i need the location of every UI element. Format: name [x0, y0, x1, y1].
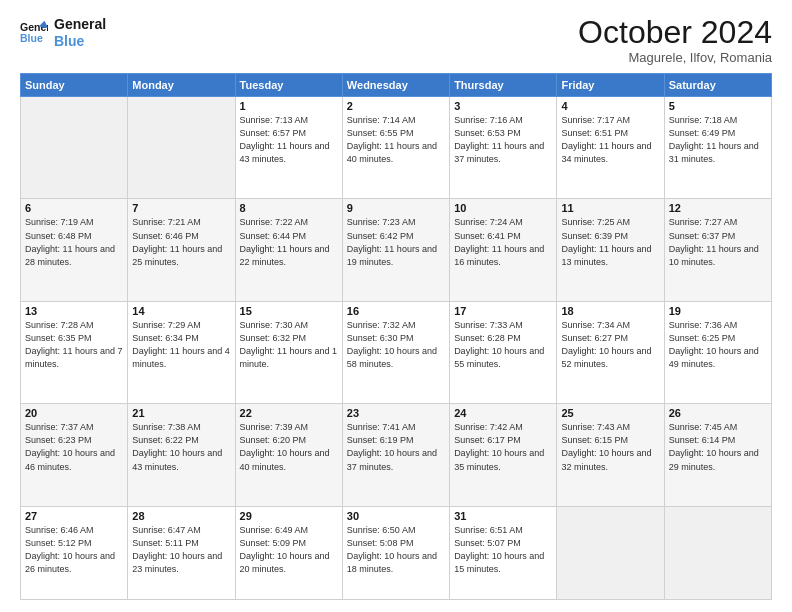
day-info: Sunrise: 7:39 AM Sunset: 6:20 PM Dayligh…: [240, 421, 338, 473]
calendar-cell: 6Sunrise: 7:19 AM Sunset: 6:48 PM Daylig…: [21, 199, 128, 301]
day-number: 13: [25, 305, 123, 317]
calendar-cell: 9Sunrise: 7:23 AM Sunset: 6:42 PM Daylig…: [342, 199, 449, 301]
day-number: 10: [454, 202, 552, 214]
day-number: 3: [454, 100, 552, 112]
calendar-cell: 5Sunrise: 7:18 AM Sunset: 6:49 PM Daylig…: [664, 97, 771, 199]
calendar-cell: 31Sunrise: 6:51 AM Sunset: 5:07 PM Dayli…: [450, 506, 557, 599]
day-info: Sunrise: 7:24 AM Sunset: 6:41 PM Dayligh…: [454, 216, 552, 268]
day-number: 31: [454, 510, 552, 522]
week-row-3: 13Sunrise: 7:28 AM Sunset: 6:35 PM Dayli…: [21, 301, 772, 403]
day-info: Sunrise: 6:46 AM Sunset: 5:12 PM Dayligh…: [25, 524, 123, 576]
day-info: Sunrise: 7:33 AM Sunset: 6:28 PM Dayligh…: [454, 319, 552, 371]
weekday-header-saturday: Saturday: [664, 74, 771, 97]
calendar-cell: 4Sunrise: 7:17 AM Sunset: 6:51 PM Daylig…: [557, 97, 664, 199]
day-info: Sunrise: 7:19 AM Sunset: 6:48 PM Dayligh…: [25, 216, 123, 268]
day-info: Sunrise: 7:41 AM Sunset: 6:19 PM Dayligh…: [347, 421, 445, 473]
calendar-cell: 30Sunrise: 6:50 AM Sunset: 5:08 PM Dayli…: [342, 506, 449, 599]
day-info: Sunrise: 7:29 AM Sunset: 6:34 PM Dayligh…: [132, 319, 230, 371]
calendar-cell: 26Sunrise: 7:45 AM Sunset: 6:14 PM Dayli…: [664, 404, 771, 506]
day-number: 15: [240, 305, 338, 317]
calendar-cell: 11Sunrise: 7:25 AM Sunset: 6:39 PM Dayli…: [557, 199, 664, 301]
day-info: Sunrise: 7:37 AM Sunset: 6:23 PM Dayligh…: [25, 421, 123, 473]
day-number: 5: [669, 100, 767, 112]
calendar-cell: [21, 97, 128, 199]
day-info: Sunrise: 7:28 AM Sunset: 6:35 PM Dayligh…: [25, 319, 123, 371]
day-info: Sunrise: 7:36 AM Sunset: 6:25 PM Dayligh…: [669, 319, 767, 371]
day-number: 11: [561, 202, 659, 214]
day-number: 17: [454, 305, 552, 317]
svg-text:Blue: Blue: [20, 32, 43, 44]
day-info: Sunrise: 7:13 AM Sunset: 6:57 PM Dayligh…: [240, 114, 338, 166]
day-info: Sunrise: 7:23 AM Sunset: 6:42 PM Dayligh…: [347, 216, 445, 268]
month-title: October 2024: [578, 16, 772, 48]
calendar-cell: [557, 506, 664, 599]
logo-text-general: General: [54, 16, 106, 33]
calendar-cell: 25Sunrise: 7:43 AM Sunset: 6:15 PM Dayli…: [557, 404, 664, 506]
day-info: Sunrise: 7:34 AM Sunset: 6:27 PM Dayligh…: [561, 319, 659, 371]
calendar-cell: 7Sunrise: 7:21 AM Sunset: 6:46 PM Daylig…: [128, 199, 235, 301]
day-info: Sunrise: 7:18 AM Sunset: 6:49 PM Dayligh…: [669, 114, 767, 166]
weekday-header-wednesday: Wednesday: [342, 74, 449, 97]
location-subtitle: Magurele, Ilfov, Romania: [578, 50, 772, 65]
day-info: Sunrise: 7:32 AM Sunset: 6:30 PM Dayligh…: [347, 319, 445, 371]
day-info: Sunrise: 7:14 AM Sunset: 6:55 PM Dayligh…: [347, 114, 445, 166]
title-area: October 2024 Magurele, Ilfov, Romania: [578, 16, 772, 65]
calendar-cell: 24Sunrise: 7:42 AM Sunset: 6:17 PM Dayli…: [450, 404, 557, 506]
weekday-header-row: SundayMondayTuesdayWednesdayThursdayFrid…: [21, 74, 772, 97]
weekday-header-friday: Friday: [557, 74, 664, 97]
page: General Blue General Blue October 2024 M…: [0, 0, 792, 612]
day-number: 8: [240, 202, 338, 214]
day-info: Sunrise: 6:51 AM Sunset: 5:07 PM Dayligh…: [454, 524, 552, 576]
day-number: 6: [25, 202, 123, 214]
day-number: 1: [240, 100, 338, 112]
weekday-header-monday: Monday: [128, 74, 235, 97]
day-number: 30: [347, 510, 445, 522]
calendar-cell: 3Sunrise: 7:16 AM Sunset: 6:53 PM Daylig…: [450, 97, 557, 199]
calendar-cell: 29Sunrise: 6:49 AM Sunset: 5:09 PM Dayli…: [235, 506, 342, 599]
calendar-cell: 13Sunrise: 7:28 AM Sunset: 6:35 PM Dayli…: [21, 301, 128, 403]
day-number: 7: [132, 202, 230, 214]
day-number: 25: [561, 407, 659, 419]
day-info: Sunrise: 6:50 AM Sunset: 5:08 PM Dayligh…: [347, 524, 445, 576]
weekday-header-thursday: Thursday: [450, 74, 557, 97]
day-info: Sunrise: 7:38 AM Sunset: 6:22 PM Dayligh…: [132, 421, 230, 473]
day-info: Sunrise: 7:42 AM Sunset: 6:17 PM Dayligh…: [454, 421, 552, 473]
day-number: 9: [347, 202, 445, 214]
weekday-header-tuesday: Tuesday: [235, 74, 342, 97]
week-row-1: 1Sunrise: 7:13 AM Sunset: 6:57 PM Daylig…: [21, 97, 772, 199]
calendar-cell: 27Sunrise: 6:46 AM Sunset: 5:12 PM Dayli…: [21, 506, 128, 599]
day-info: Sunrise: 7:27 AM Sunset: 6:37 PM Dayligh…: [669, 216, 767, 268]
calendar-cell: 21Sunrise: 7:38 AM Sunset: 6:22 PM Dayli…: [128, 404, 235, 506]
weekday-header-sunday: Sunday: [21, 74, 128, 97]
calendar-table: SundayMondayTuesdayWednesdayThursdayFrid…: [20, 73, 772, 600]
day-number: 19: [669, 305, 767, 317]
week-row-4: 20Sunrise: 7:37 AM Sunset: 6:23 PM Dayli…: [21, 404, 772, 506]
day-info: Sunrise: 7:43 AM Sunset: 6:15 PM Dayligh…: [561, 421, 659, 473]
day-info: Sunrise: 7:45 AM Sunset: 6:14 PM Dayligh…: [669, 421, 767, 473]
day-number: 28: [132, 510, 230, 522]
day-number: 12: [669, 202, 767, 214]
day-number: 18: [561, 305, 659, 317]
calendar-cell: 10Sunrise: 7:24 AM Sunset: 6:41 PM Dayli…: [450, 199, 557, 301]
calendar-cell: 22Sunrise: 7:39 AM Sunset: 6:20 PM Dayli…: [235, 404, 342, 506]
day-info: Sunrise: 7:30 AM Sunset: 6:32 PM Dayligh…: [240, 319, 338, 371]
calendar-cell: 18Sunrise: 7:34 AM Sunset: 6:27 PM Dayli…: [557, 301, 664, 403]
calendar-cell: 14Sunrise: 7:29 AM Sunset: 6:34 PM Dayli…: [128, 301, 235, 403]
calendar-cell: 23Sunrise: 7:41 AM Sunset: 6:19 PM Dayli…: [342, 404, 449, 506]
week-row-2: 6Sunrise: 7:19 AM Sunset: 6:48 PM Daylig…: [21, 199, 772, 301]
day-info: Sunrise: 7:21 AM Sunset: 6:46 PM Dayligh…: [132, 216, 230, 268]
day-info: Sunrise: 6:47 AM Sunset: 5:11 PM Dayligh…: [132, 524, 230, 576]
day-number: 16: [347, 305, 445, 317]
day-info: Sunrise: 7:16 AM Sunset: 6:53 PM Dayligh…: [454, 114, 552, 166]
logo-text-blue: Blue: [54, 33, 106, 50]
calendar-cell: 19Sunrise: 7:36 AM Sunset: 6:25 PM Dayli…: [664, 301, 771, 403]
header: General Blue General Blue October 2024 M…: [20, 16, 772, 65]
calendar-cell: 1Sunrise: 7:13 AM Sunset: 6:57 PM Daylig…: [235, 97, 342, 199]
logo: General Blue General Blue: [20, 16, 106, 50]
day-number: 24: [454, 407, 552, 419]
day-number: 22: [240, 407, 338, 419]
day-number: 21: [132, 407, 230, 419]
day-number: 20: [25, 407, 123, 419]
calendar-cell: 20Sunrise: 7:37 AM Sunset: 6:23 PM Dayli…: [21, 404, 128, 506]
calendar-cell: [128, 97, 235, 199]
